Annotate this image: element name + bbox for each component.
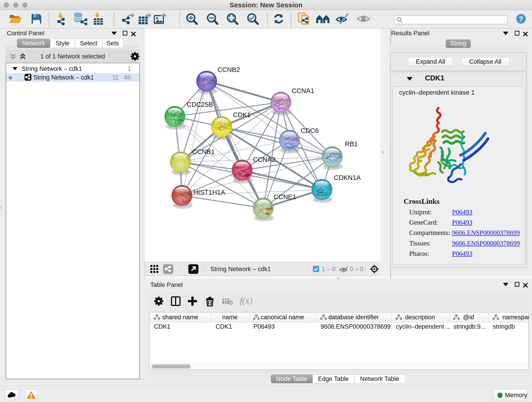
svg-text:HIST1H1A: HIST1H1A xyxy=(193,189,225,196)
svg-text:CDK1: CDK1 xyxy=(233,111,251,119)
svg-text:CDKN1A: CDKN1A xyxy=(334,174,361,181)
svg-text:RB1: RB1 xyxy=(345,140,358,148)
svg-text:CCNE1: CCNE1 xyxy=(273,193,296,201)
svg-text:CDC6: CDC6 xyxy=(301,127,319,134)
svg-text:CCNA2: CCNA2 xyxy=(253,156,275,163)
svg-text:?: ? xyxy=(519,15,523,22)
svg-text:CCNB1: CCNB1 xyxy=(192,148,215,155)
svg-text:CCNB2: CCNB2 xyxy=(217,66,240,73)
svg-text:CCNA1: CCNA1 xyxy=(292,87,314,95)
svg-text:CDC25B: CDC25B xyxy=(187,101,213,108)
